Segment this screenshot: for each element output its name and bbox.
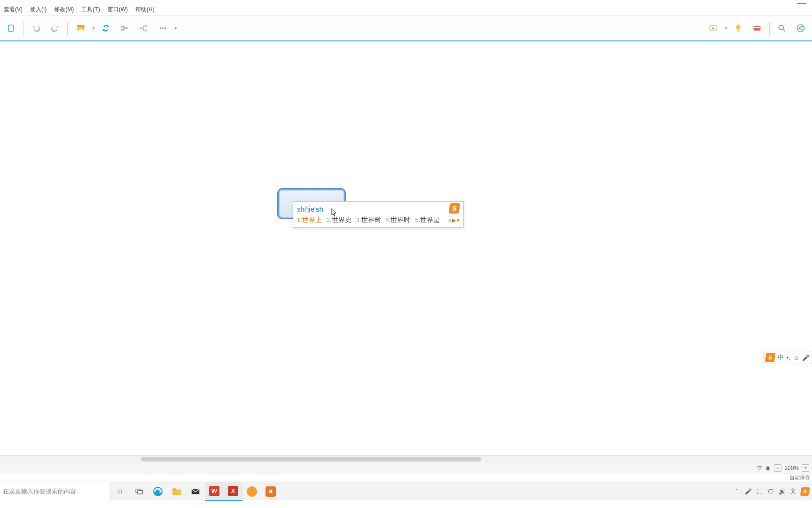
search-button[interactable]: [774, 21, 789, 36]
ime-punct-indicator[interactable]: •,: [787, 354, 790, 361]
taskbar-app-orange2[interactable]: ✖: [261, 482, 280, 501]
autosave-row: 自动保存: [0, 473, 812, 482]
menu-tools[interactable]: 工具(T): [78, 4, 103, 16]
redo-button[interactable]: [47, 21, 62, 36]
refresh-button[interactable]: [98, 21, 113, 36]
ime-candidate-1[interactable]: 1.世界上: [297, 216, 322, 224]
svg-rect-5: [121, 26, 124, 27]
menu-window[interactable]: 窗口(W): [104, 4, 132, 16]
ime-candidate-panel[interactable]: shi'jie'sh S 1.世界上 2.世界史 3.世界树 4.世界时 5.世…: [293, 201, 464, 228]
visibility-icon[interactable]: ◉: [765, 465, 770, 471]
ime-pinyin-text: shi'jie'sh: [297, 205, 324, 213]
slideshow-button[interactable]: [706, 21, 721, 36]
structure2-button[interactable]: [136, 21, 151, 36]
svg-rect-8: [140, 27, 142, 29]
svg-rect-10: [144, 30, 147, 31]
more-button[interactable]: [156, 21, 171, 36]
zoom-out-button[interactable]: −: [774, 464, 781, 472]
svg-point-18: [779, 25, 783, 30]
svg-point-11: [160, 27, 161, 29]
svg-rect-4: [79, 29, 83, 31]
ime-candidates-row: 1.世界上 2.世界史 3.世界树 4.世界时 5.世界是 ◀ ▶ ▾: [293, 214, 463, 227]
ime-voice-button[interactable]: 🎤: [802, 354, 810, 361]
ime-status-bar[interactable]: S 中 •, ☺ 🎤: [763, 351, 812, 364]
ime-prev-page[interactable]: ◀: [447, 217, 451, 223]
taskbar-app-edge[interactable]: [148, 482, 167, 501]
ime-page-nav: ◀ ▶ ▾: [447, 217, 460, 223]
taskbar-app-wps[interactable]: W: [205, 482, 224, 501]
cortana-button[interactable]: ○: [111, 482, 130, 501]
svg-rect-7: [125, 27, 128, 29]
windows-taskbar: 在这里输入你要搜索的内容 ○ W X ✖ ˄ 🎤 ⛶ 🖵 🔊 ⽂ S: [0, 482, 812, 500]
tray-ime-icon[interactable]: ⽂: [789, 488, 797, 495]
taskbar-app-orange1[interactable]: [242, 482, 261, 501]
share-button[interactable]: [793, 21, 808, 36]
svg-rect-6: [121, 29, 124, 31]
svg-point-12: [162, 27, 164, 29]
chevron-down-icon: ▼: [724, 26, 728, 31]
scrollbar-thumb[interactable]: [141, 457, 481, 461]
ime-lang-indicator[interactable]: 中: [778, 353, 784, 362]
sogou-logo-icon: S: [765, 353, 775, 362]
canvas-workspace[interactable]: shi'jie'sh S 1.世界上 2.世界史 3.世界树 4.世界时 5.世…: [0, 41, 812, 455]
tray-display-icon[interactable]: 🖵: [767, 488, 774, 495]
toolbar-separator: [67, 22, 68, 35]
svg-rect-17: [754, 27, 761, 29]
svg-point-19: [797, 25, 804, 32]
window-minimize-button[interactable]: [797, 3, 806, 4]
ime-candidate-5[interactable]: 5.世界是: [415, 216, 440, 224]
ime-candidate-2[interactable]: 2.世界史: [327, 216, 351, 224]
zoom-in-button[interactable]: +: [802, 464, 809, 472]
new-doc-button[interactable]: [4, 21, 19, 36]
tray-chevron-up[interactable]: ˄: [733, 488, 741, 495]
svg-point-13: [164, 27, 166, 29]
structure1-button[interactable]: [117, 21, 132, 36]
status-bar: ▽ ◉ − 100% +: [0, 462, 812, 473]
menu-help[interactable]: 帮助(H): [132, 4, 158, 16]
save-button[interactable]: [73, 21, 88, 36]
chevron-down-icon: ▼: [92, 26, 95, 31]
zoom-controls: − 100% +: [774, 464, 809, 472]
taskbar-app-xmind[interactable]: X: [224, 482, 242, 501]
menu-view[interactable]: 查看(V): [0, 4, 26, 16]
more-dropdown[interactable]: ▼: [154, 21, 178, 36]
undo-button[interactable]: [29, 21, 44, 36]
zoom-value[interactable]: 100%: [784, 465, 799, 471]
ime-candidate-4[interactable]: 4.世界时: [386, 216, 411, 224]
taskbar-search-box[interactable]: 在这里输入你要搜索的内容: [0, 482, 111, 501]
svg-rect-24: [138, 490, 143, 494]
ime-emoji-button[interactable]: ☺: [793, 354, 799, 361]
task-view-button[interactable]: [130, 482, 148, 501]
chevron-down-icon: ▼: [174, 26, 178, 31]
ime-next-page[interactable]: ▶: [452, 217, 456, 223]
svg-rect-27: [172, 488, 176, 490]
svg-rect-9: [144, 25, 147, 26]
tray-sogou-icon[interactable]: S: [800, 487, 810, 496]
toolbar-separator: [23, 22, 24, 35]
tray-mic-icon[interactable]: 🎤: [744, 488, 752, 495]
idea-button[interactable]: [731, 21, 746, 36]
slideshow-dropdown[interactable]: ▼: [704, 21, 728, 36]
svg-rect-3: [78, 25, 85, 26]
menu-insert[interactable]: 插入(I): [26, 4, 50, 16]
sogou-logo-icon: S: [448, 203, 460, 214]
taskbar-app-explorer[interactable]: [167, 482, 186, 501]
svg-rect-1: [9, 25, 13, 31]
taskbar-app-mail[interactable]: [186, 482, 205, 501]
tray-sync-icon[interactable]: ⛶: [756, 488, 763, 495]
ime-candidate-3[interactable]: 3.世界树: [356, 216, 381, 224]
menu-bar: 查看(V) 插入(I) 修改(M) 工具(T) 窗口(W) 帮助(H): [0, 0, 812, 16]
tray-volume-icon[interactable]: 🔊: [778, 488, 786, 495]
menu-modify[interactable]: 修改(M): [50, 4, 78, 16]
card-button[interactable]: [750, 21, 765, 36]
system-tray: ˄ 🎤 ⛶ 🖵 🔊 ⽂ S: [733, 487, 812, 496]
ime-composition-row: shi'jie'sh S: [293, 202, 463, 214]
search-placeholder-text: 在这里输入你要搜索的内容: [3, 487, 76, 496]
horizontal-scrollbar[interactable]: [0, 455, 812, 462]
filter-icon[interactable]: ▽: [757, 465, 762, 471]
toolbar-separator: [769, 22, 770, 35]
toolbar: ▼ ▼ ▼: [0, 16, 812, 41]
ime-expand[interactable]: ▾: [457, 217, 460, 223]
save-dropdown[interactable]: ▼: [71, 21, 95, 36]
autosave-label: 自动保存: [789, 474, 810, 481]
